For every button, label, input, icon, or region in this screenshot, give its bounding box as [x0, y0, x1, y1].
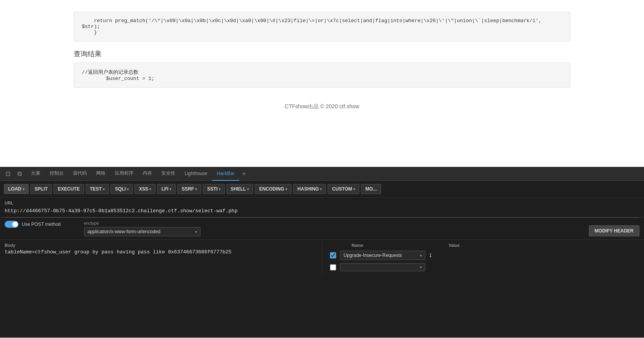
- body-label: Body: [5, 243, 314, 248]
- encoding-arrow: ▾: [285, 187, 287, 191]
- enctype-select[interactable]: application/x-www-form-urlencoded ▾: [84, 227, 200, 236]
- top-code-block: return preg_match('/\*|\x09|\x0a|\x0b|\x…: [74, 12, 570, 42]
- lfi-button[interactable]: LFI ▾: [157, 184, 176, 194]
- devtools-panel: ⊡ ⧉ 元素 控制台 源代码 网络 应用程序 内存 安全性 Lighthouse…: [0, 167, 644, 338]
- header-name-arrow-2: ▾: [420, 265, 422, 269]
- devtools-dock-icon[interactable]: ⊡: [3, 168, 13, 179]
- more-button[interactable]: MO...: [361, 184, 381, 194]
- post-method-toggle: Use POST method: [5, 221, 61, 228]
- value-col-label: Value: [449, 243, 460, 248]
- sqli-arrow: ▾: [127, 187, 129, 191]
- ssrf-button[interactable]: SSRF ▾: [177, 184, 201, 194]
- sqli-button[interactable]: SQLI ▾: [110, 184, 133, 194]
- tab-console[interactable]: 控制台: [45, 167, 68, 181]
- ssti-arrow: ▾: [219, 187, 221, 191]
- body-left: Body: [5, 243, 314, 274]
- post-method-label: Use POST method: [22, 222, 61, 227]
- url-label: URL: [5, 201, 639, 205]
- test-arrow: ▾: [103, 187, 105, 191]
- header-right: Name Value Upgrade-Insecure-Requests ▾: [322, 243, 639, 274]
- toggle-switch[interactable]: [5, 221, 19, 228]
- header-value-input-1[interactable]: [429, 253, 452, 258]
- enctype-dropdown-icon: ▾: [195, 230, 197, 234]
- shell-arrow: ▾: [247, 187, 249, 191]
- tab-hackbar[interactable]: HackBar: [212, 167, 239, 181]
- split-button[interactable]: SPLIT: [30, 184, 52, 194]
- tab-lighthouse[interactable]: Lighthouse: [180, 167, 212, 181]
- custom-arrow: ▾: [353, 187, 355, 191]
- enctype-section: enctype application/x-www-form-urlencode…: [84, 221, 200, 236]
- url-input[interactable]: [5, 208, 639, 214]
- footer-text-main: CTFshow出品 © 2020 ctf.show: [285, 103, 359, 109]
- header-name-select-2[interactable]: ▾: [340, 263, 425, 271]
- xss-button[interactable]: XSS ▾: [135, 184, 155, 194]
- header-row-2: ▾: [330, 263, 639, 271]
- url-section: URL: [0, 198, 644, 217]
- execute-button[interactable]: EXECUTE: [54, 184, 84, 194]
- test-button[interactable]: TEST ▾: [86, 184, 109, 194]
- header-row-1: Upgrade-Insecure-Requests ▾: [330, 251, 639, 260]
- tab-network[interactable]: 网络: [92, 167, 110, 181]
- page-footer: CTFshow出品 © 2020 ctf.show: [0, 103, 644, 110]
- tab-elements[interactable]: 元素: [26, 167, 45, 181]
- options-row: Use POST method enctype application/x-ww…: [0, 218, 644, 240]
- header-name-select-1[interactable]: Upgrade-Insecure-Requests ▾: [340, 251, 425, 260]
- enctype-label: enctype: [84, 221, 200, 225]
- header-name-value-1: Upgrade-Insecure-Requests: [344, 253, 417, 258]
- load-button[interactable]: LOAD ▾: [4, 184, 29, 194]
- devtools-undock-icon[interactable]: ⧉: [15, 169, 24, 179]
- custom-button[interactable]: CUSTOM ▾: [328, 184, 359, 194]
- header-name-arrow-1: ▾: [420, 253, 422, 258]
- main-page-content: return preg_match('/\*|\x09|\x0a|\x0b|\x…: [0, 0, 644, 167]
- load-arrow: ▾: [22, 187, 24, 191]
- lfi-arrow: ▾: [169, 187, 171, 191]
- ssti-button[interactable]: SSTI ▾: [203, 184, 225, 194]
- hashing-button[interactable]: HASHING ▾: [293, 184, 326, 194]
- shell-button[interactable]: SHELL ▾: [226, 184, 253, 194]
- body-header-section: Body Name Value Upgrade-Insecure-Request…: [0, 240, 644, 277]
- body-textarea[interactable]: [5, 249, 314, 269]
- enctype-value: application/x-www-form-urlencoded: [88, 229, 192, 234]
- tab-memory[interactable]: 内存: [138, 167, 157, 181]
- add-tab-button[interactable]: +: [239, 169, 249, 179]
- name-col-label: Name: [352, 243, 363, 248]
- query-result-title: 查询结果: [74, 49, 570, 59]
- devtools-tab-bar: ⊡ ⧉ 元素 控制台 源代码 网络 应用程序 内存 安全性 Lighthouse…: [0, 167, 644, 181]
- xss-arrow: ▾: [149, 187, 151, 191]
- modify-header-button[interactable]: MODIFY HEADER: [589, 225, 639, 236]
- hackbar-body: URL Use POST method enctype application/…: [0, 198, 644, 277]
- tab-sources[interactable]: 源代码: [68, 167, 92, 181]
- result-code-block: //返回用户表的记录总数 $user_count = 1;: [74, 62, 570, 88]
- header-columns: Name Value: [330, 243, 639, 248]
- header-checkbox-2[interactable]: [330, 264, 336, 270]
- tab-security[interactable]: 安全性: [157, 167, 180, 181]
- encoding-button[interactable]: ENCODING ▾: [255, 184, 292, 194]
- header-checkbox-1[interactable]: [330, 252, 336, 258]
- hackbar-toolbar: LOAD ▾ SPLIT EXECUTE TEST ▾ SQLI ▾ XSS ▾…: [0, 181, 644, 198]
- tab-application[interactable]: 应用程序: [110, 167, 138, 181]
- ssrf-arrow: ▾: [195, 187, 197, 191]
- hashing-arrow: ▾: [320, 187, 322, 191]
- header-value-input-2[interactable]: [429, 265, 452, 270]
